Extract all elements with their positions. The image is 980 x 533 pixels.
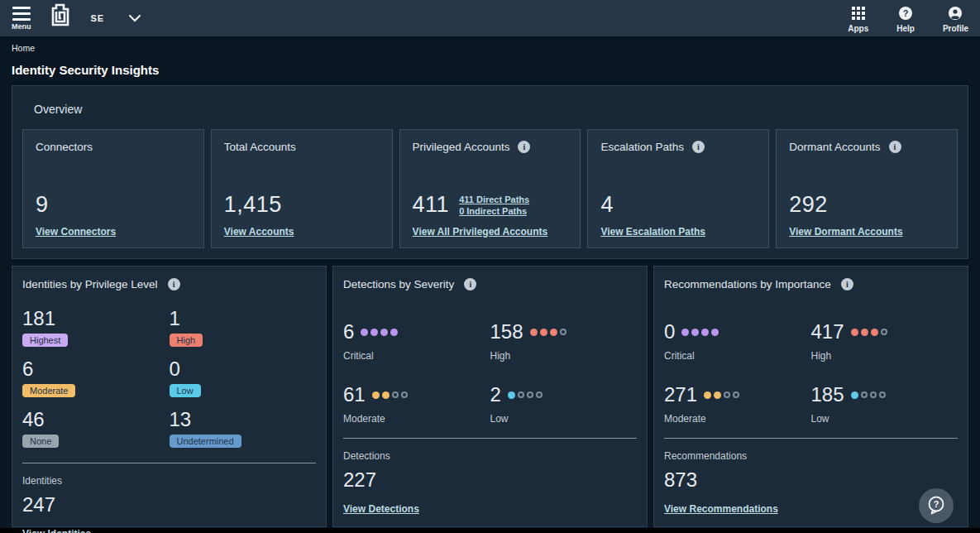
view-identities-link[interactable]: View Identities (22, 528, 316, 533)
low-dots-icon (851, 391, 886, 399)
svg-text:?: ? (934, 499, 939, 509)
badge-low: Low (170, 384, 201, 397)
view-connectors-link[interactable]: View Connectors (36, 226, 191, 238)
chat-help-button[interactable]: ? (919, 488, 954, 523)
detections-low-value: 2 (490, 383, 501, 406)
detections-grid: 6 Critical 158 High 61 (343, 320, 637, 425)
panels-row: Identities by Privilege Level i 181 High… (12, 266, 968, 527)
question-bubble-icon: ? (926, 495, 946, 517)
moderate-dots-icon (704, 391, 739, 399)
recommendations-critical-cell: 0 Critical (664, 320, 811, 362)
detections-high-value: 158 (490, 320, 523, 343)
detections-moderate-label: Moderate (343, 413, 490, 425)
total-accounts-card: Total Accounts 1,415 View Accounts (211, 129, 393, 248)
detections-critical-label: Critical (343, 350, 490, 362)
indirect-paths-link[interactable]: 0 Indirect Paths (459, 206, 529, 216)
detections-moderate-cell: 61 Moderate (343, 383, 490, 425)
recommendations-high-value: 417 (811, 320, 844, 343)
identities-low-cell: 0 Low (170, 358, 317, 397)
detections-high-label: High (490, 350, 638, 362)
recommendations-total-label: Recommendations (664, 450, 958, 462)
high-dots-icon (851, 329, 887, 336)
menu-label: Menu (12, 22, 31, 31)
overview-title: Overview (34, 103, 958, 116)
direct-paths-link[interactable]: 411 Direct Paths (459, 194, 529, 204)
view-detections-link[interactable]: View Detections (343, 503, 637, 515)
dormant-accounts-info-icon[interactable]: i (889, 141, 901, 153)
top-navbar: Menu SE Apps (0, 0, 980, 36)
identities-highest-value: 181 (22, 307, 170, 330)
badge-highest: Highest (22, 334, 68, 347)
app-root: Menu SE Apps (0, 0, 980, 528)
detections-info-icon[interactable]: i (464, 278, 476, 291)
detections-high-cell: 158 High (490, 320, 638, 362)
recommendations-critical-value: 0 (664, 320, 675, 343)
privileged-accounts-card: Privileged Accounts i 411 411 Direct Pat… (399, 129, 581, 248)
view-escalation-paths-link[interactable]: View Escalation Paths (600, 226, 756, 238)
recommendations-panel: Recommendations by Importance i 0 Critic… (653, 266, 968, 527)
identities-moderate-value: 6 (22, 358, 170, 381)
low-dots-icon (508, 391, 543, 399)
badge-moderate: Moderate (22, 384, 75, 397)
identities-none-cell: 46 None (22, 408, 170, 448)
identities-highest-cell: 181 Highest (22, 307, 170, 347)
page-title: Identity Security Insights (12, 63, 980, 77)
view-dormant-accounts-link[interactable]: View Dormant Accounts (789, 226, 944, 238)
apps-grid-icon (852, 7, 865, 22)
connectors-value: 9 (36, 192, 49, 218)
connectors-card: Connectors 9 View Connectors (22, 129, 204, 248)
moderate-dots-icon (372, 391, 408, 399)
help-icon: ? (899, 7, 912, 22)
dormant-accounts-card: Dormant Accounts i 292 View Dormant Acco… (776, 129, 958, 248)
breadcrumb-bar: Home (0, 36, 980, 60)
profile-button[interactable]: Profile (943, 7, 968, 33)
recommendations-low-cell: 185 Low (811, 383, 958, 425)
identities-info-icon[interactable]: i (168, 278, 180, 291)
recommendations-low-label: Low (811, 413, 958, 425)
recommendations-moderate-value: 271 (664, 383, 697, 406)
recommendations-info-icon[interactable]: i (841, 278, 853, 291)
chevron-down-icon[interactable] (129, 11, 141, 26)
identities-high-cell: 1 High (170, 307, 317, 347)
identities-none-value: 46 (22, 408, 170, 431)
apps-label: Apps (848, 24, 868, 33)
org-switcher-label[interactable]: SE (91, 13, 105, 23)
connectors-card-title: Connectors (36, 141, 93, 153)
detections-critical-cell: 6 Critical (343, 320, 490, 362)
identities-high-value: 1 (170, 307, 317, 330)
view-accounts-link[interactable]: View Accounts (224, 226, 380, 238)
brand-logo-icon[interactable] (50, 3, 73, 33)
badge-none: None (22, 435, 59, 448)
view-recommendations-link[interactable]: View Recommendations (664, 503, 958, 515)
detections-divider (343, 438, 637, 439)
recommendations-divider (664, 438, 958, 439)
overview-cards-row: Connectors 9 View Connectors Total Accou… (22, 129, 958, 248)
apps-button[interactable]: Apps (848, 7, 868, 33)
identities-undetermined-cell: 13 Undetermined (170, 408, 317, 448)
recommendations-critical-label: Critical (664, 350, 811, 362)
badge-high: High (170, 334, 203, 347)
detections-panel: Detections by Severity i 6 Critical 158 (332, 266, 648, 527)
total-accounts-value: 1,415 (224, 192, 282, 218)
identities-total-value: 247 (22, 493, 316, 516)
detections-panel-title: Detections by Severity (343, 278, 454, 291)
detections-moderate-value: 61 (343, 383, 366, 406)
identities-moderate-cell: 6 Moderate (22, 358, 170, 397)
detections-critical-value: 6 (343, 320, 354, 343)
escalation-paths-value: 4 (600, 192, 614, 218)
navbar-right: Apps ? Help (848, 3, 968, 33)
privileged-accounts-card-title: Privileged Accounts (413, 141, 510, 153)
detections-low-cell: 2 Low (490, 383, 638, 425)
escalation-paths-info-icon[interactable]: i (692, 141, 705, 153)
menu-button[interactable]: Menu (12, 7, 31, 31)
help-button[interactable]: ? Help (896, 7, 915, 33)
identities-divider (22, 463, 316, 463)
total-accounts-card-title: Total Accounts (224, 141, 296, 153)
navbar-left: Menu SE (12, 3, 141, 33)
breadcrumb[interactable]: Home (12, 43, 35, 53)
view-privileged-accounts-link[interactable]: View All Privileged Accounts (413, 226, 568, 238)
detections-total-value: 227 (343, 468, 637, 492)
identities-panel: Identities by Privilege Level i 181 High… (12, 266, 327, 527)
escalation-paths-card-title: Escalation Paths (600, 141, 684, 153)
privileged-accounts-info-icon[interactable]: i (518, 141, 530, 153)
